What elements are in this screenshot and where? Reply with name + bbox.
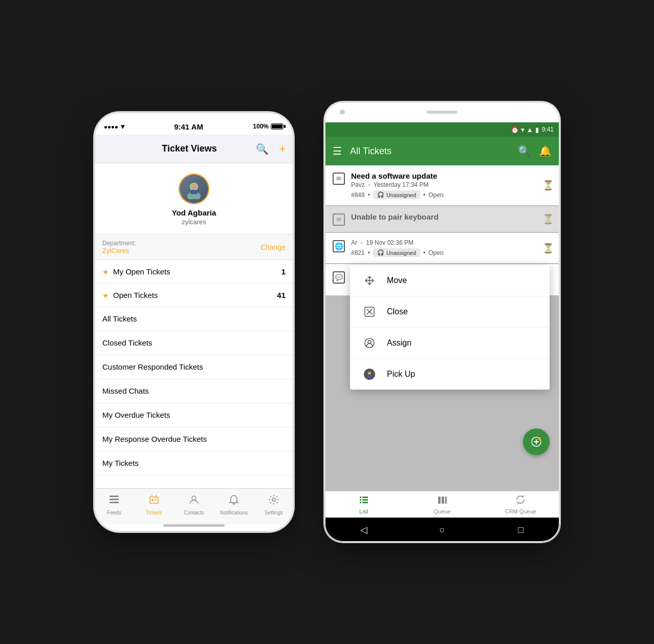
- context-menu-pickup[interactable]: Pick Up: [350, 359, 550, 390]
- svg-point-18: [538, 437, 541, 440]
- speaker: [427, 111, 457, 114]
- assign-icon: [362, 336, 377, 350]
- move-label: Move: [387, 276, 407, 285]
- dot-sep2: •: [423, 191, 425, 199]
- queue-tab-icon: [437, 495, 447, 507]
- wifi-icon: ▾: [121, 122, 124, 131]
- item-label: My Tickets: [102, 459, 139, 467]
- svg-point-10: [272, 498, 275, 501]
- tab-crm-queue[interactable]: CRM Queue: [500, 495, 541, 514]
- svg-rect-19: [360, 497, 361, 498]
- svg-rect-23: [360, 502, 361, 503]
- menu-button[interactable]: ☰: [333, 145, 342, 157]
- ticket-title: Need a software update: [351, 171, 552, 180]
- search-button[interactable]: 🔍: [256, 143, 269, 155]
- battery-percent: 100%: [253, 123, 269, 130]
- svg-rect-21: [360, 499, 361, 501]
- alarm-icon: ⏰: [511, 126, 519, 134]
- list-item[interactable]: My Overdue Tickets: [94, 403, 294, 427]
- dept-value: ZylCares: [102, 247, 136, 254]
- context-menu: Move Close: [350, 265, 550, 390]
- ticket-item-3[interactable]: 🌐 Ar - 19 Nov 02:36 PM #821 • 🎧 Unassign…: [324, 233, 560, 263]
- item-label: Open Tickets: [113, 291, 158, 299]
- tab-list[interactable]: List: [343, 495, 384, 514]
- svg-point-2: [190, 183, 198, 190]
- change-dept-button[interactable]: Change: [260, 243, 286, 251]
- search-action-button[interactable]: 🔍: [518, 145, 531, 157]
- contacts-label: Contacts: [184, 510, 204, 516]
- status-right: ⏰ ▾ ▲ ▮ 9:41: [511, 126, 554, 134]
- svg-point-15: [368, 340, 371, 344]
- recents-button[interactable]: □: [510, 520, 531, 540]
- item-label: Customer Responded Tickets: [102, 362, 203, 371]
- tab-contacts[interactable]: Contacts: [179, 494, 209, 516]
- home-indicator: [163, 524, 225, 527]
- list-item[interactable]: Missed Chats: [94, 379, 294, 403]
- ticket-content-2: Unable to pair keyboard: [351, 212, 552, 222]
- globe-type-icon: 🌐: [333, 240, 345, 252]
- item-label: Closed Tickets: [102, 338, 152, 347]
- list-item[interactable]: ★ Open Tickets 41: [94, 284, 294, 307]
- feeds-icon: [108, 494, 120, 508]
- svg-rect-6: [110, 502, 119, 503]
- android-tab-bar: List Queue CRM Queue: [324, 491, 560, 518]
- item-label: My Overdue Tickets: [102, 411, 170, 419]
- svg-rect-3: [190, 190, 198, 194]
- unassigned-badge: 🎧 Unassigned: [373, 190, 420, 199]
- notifications-action-button[interactable]: 🔔: [539, 145, 552, 157]
- department-row: Department: ZylCares Change: [94, 234, 294, 260]
- hourglass-icon-2: ⏳: [542, 213, 554, 225]
- fab-button[interactable]: [523, 428, 550, 455]
- item-left: ★ My Open Tickets: [102, 267, 170, 276]
- tab-notifications[interactable]: Notifications: [219, 494, 249, 516]
- tickets-icon: [148, 494, 160, 508]
- list-item[interactable]: Customer Responded Tickets: [94, 355, 294, 379]
- tab-queue[interactable]: Queue: [422, 495, 463, 514]
- svg-rect-22: [362, 499, 368, 501]
- dept-label: Department:: [102, 240, 136, 247]
- unassigned-badge-3: 🎧 Unassigned: [373, 248, 420, 257]
- add-button[interactable]: +: [279, 142, 286, 156]
- android-app-bar: ☰ All Tickets 🔍 🔔: [324, 137, 560, 165]
- android-device: ⏰ ▾ ▲ ▮ 9:41 ☰ All Tickets 🔍 🔔 ✉ Need a …: [324, 102, 560, 542]
- dot-sep-3: •: [368, 249, 370, 256]
- svg-rect-27: [445, 497, 447, 504]
- item-left: ★ Open Tickets: [102, 291, 158, 299]
- dot-sep: •: [368, 191, 370, 199]
- svg-rect-7: [151, 499, 154, 501]
- iphone-device: ▾ 9:41 AM 100% Ticket Views 🔍 +: [94, 112, 294, 532]
- context-menu-move[interactable]: Move: [350, 265, 550, 296]
- item-label: Missed Chats: [102, 387, 149, 395]
- svg-rect-20: [362, 497, 368, 498]
- list-item[interactable]: My Response Overdue Tickets: [94, 427, 294, 452]
- app-bar-title: All Tickets: [350, 146, 510, 157]
- android-time: 9:41: [542, 126, 554, 133]
- ticket-item-1[interactable]: ✉ Need a software update Pavz - Yesterda…: [324, 165, 560, 205]
- ticket-item-2[interactable]: ✉ Unable to pair keyboard ⏳: [324, 206, 560, 232]
- queue-tab-label: Queue: [433, 508, 450, 514]
- wifi-icon: ▾: [521, 126, 525, 134]
- back-button[interactable]: ◁: [354, 520, 374, 540]
- ticket-content-3: Ar - 19 Nov 02:36 PM #821 • 🎧 Unassigned…: [351, 239, 552, 257]
- tab-settings[interactable]: Settings: [258, 494, 289, 516]
- close-label: Close: [387, 307, 408, 316]
- email-type-icon: ✉: [333, 173, 345, 185]
- android-nav-bar: ◁ ○ □: [324, 518, 560, 542]
- list-tab-label: List: [359, 508, 368, 514]
- profile-org: zylcares: [182, 218, 206, 226]
- context-menu-assign[interactable]: Assign: [350, 328, 550, 359]
- notifications-label: Notifications: [220, 510, 248, 516]
- avatar: [179, 174, 209, 204]
- list-item[interactable]: Closed Tickets: [94, 331, 294, 355]
- tab-tickets[interactable]: Tickets: [139, 494, 169, 516]
- open-status-3: Open: [428, 249, 443, 256]
- tab-feeds[interactable]: Feeds: [99, 494, 129, 516]
- list-item[interactable]: ★ My Open Tickets 1: [94, 260, 294, 284]
- pickup-icon: [362, 367, 377, 381]
- android-status-bar: ⏰ ▾ ▲ ▮ 9:41: [324, 122, 560, 137]
- context-menu-close[interactable]: Close: [350, 296, 550, 328]
- list-item[interactable]: All Tickets: [94, 307, 294, 331]
- list-item[interactable]: My Tickets: [94, 452, 294, 476]
- home-button[interactable]: ○: [432, 520, 452, 540]
- header-actions: 🔍 +: [256, 142, 286, 156]
